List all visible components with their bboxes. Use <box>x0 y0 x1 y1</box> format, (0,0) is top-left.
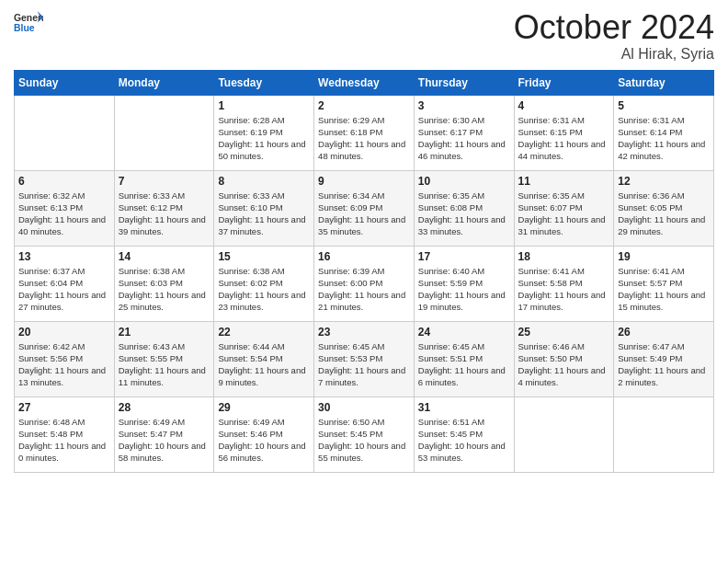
cell-info: Sunrise: 6:38 AMSunset: 6:02 PMDaylight:… <box>218 265 310 314</box>
day-number: 24 <box>418 326 510 339</box>
day-number: 11 <box>518 175 610 188</box>
day-number: 30 <box>318 401 410 414</box>
day-number: 6 <box>18 175 110 188</box>
cell-info: Sunrise: 6:37 AMSunset: 6:04 PMDaylight:… <box>18 265 110 314</box>
cell-info: Sunrise: 6:51 AMSunset: 5:45 PMDaylight:… <box>418 416 510 465</box>
calendar-cell: 28Sunrise: 6:49 AMSunset: 5:47 PMDayligh… <box>114 396 214 472</box>
weekday-header-friday: Friday <box>514 70 614 95</box>
weekday-header-thursday: Thursday <box>414 70 514 95</box>
calendar-cell: 27Sunrise: 6:48 AMSunset: 5:48 PMDayligh… <box>15 396 115 472</box>
calendar-cell: 29Sunrise: 6:49 AMSunset: 5:46 PMDayligh… <box>214 396 314 472</box>
cell-info: Sunrise: 6:44 AMSunset: 5:54 PMDaylight:… <box>218 340 310 389</box>
svg-text:General: General <box>14 13 43 23</box>
calendar-cell: 15Sunrise: 6:38 AMSunset: 6:02 PMDayligh… <box>214 246 314 321</box>
cell-info: Sunrise: 6:32 AMSunset: 6:13 PMDaylight:… <box>18 190 110 238</box>
cell-info: Sunrise: 6:31 AMSunset: 6:14 PMDaylight:… <box>618 114 710 163</box>
calendar-cell: 14Sunrise: 6:38 AMSunset: 6:03 PMDayligh… <box>114 246 214 321</box>
calendar-week-row: 27Sunrise: 6:48 AMSunset: 5:48 PMDayligh… <box>15 396 714 472</box>
calendar-cell: 18Sunrise: 6:41 AMSunset: 5:58 PMDayligh… <box>514 246 614 321</box>
calendar-cell: 5Sunrise: 6:31 AMSunset: 6:14 PMDaylight… <box>614 95 714 170</box>
cell-info: Sunrise: 6:36 AMSunset: 6:05 PMDaylight:… <box>618 190 710 238</box>
calendar-cell: 17Sunrise: 6:40 AMSunset: 5:59 PMDayligh… <box>414 246 514 321</box>
cell-info: Sunrise: 6:31 AMSunset: 6:15 PMDaylight:… <box>518 114 610 163</box>
weekday-header-tuesday: Tuesday <box>214 70 314 95</box>
day-number: 27 <box>18 401 110 414</box>
svg-text:Blue: Blue <box>14 23 35 33</box>
cell-info: Sunrise: 6:29 AMSunset: 6:18 PMDaylight:… <box>318 114 410 163</box>
day-number: 15 <box>218 250 310 263</box>
calendar-cell: 9Sunrise: 6:34 AMSunset: 6:09 PMDaylight… <box>314 170 415 246</box>
calendar-cell: 13Sunrise: 6:37 AMSunset: 6:04 PMDayligh… <box>15 246 115 321</box>
calendar-cell: 22Sunrise: 6:44 AMSunset: 5:54 PMDayligh… <box>214 321 314 396</box>
location: Al Hirak, Syria <box>514 46 714 63</box>
title-area: October 2024 Al Hirak, Syria <box>514 9 714 63</box>
day-number: 8 <box>218 175 310 188</box>
day-number: 23 <box>318 326 410 339</box>
cell-info: Sunrise: 6:34 AMSunset: 6:09 PMDaylight:… <box>318 190 410 238</box>
day-number: 17 <box>418 250 510 263</box>
page-header: General Blue October 2024 Al Hirak, Syri… <box>14 9 714 63</box>
day-number: 21 <box>119 326 210 339</box>
day-number: 5 <box>618 99 710 112</box>
generalblue-logo-icon: General Blue <box>14 9 43 35</box>
cell-info: Sunrise: 6:49 AMSunset: 5:46 PMDaylight:… <box>218 416 310 465</box>
calendar-cell: 3Sunrise: 6:30 AMSunset: 6:17 PMDaylight… <box>414 95 514 170</box>
cell-info: Sunrise: 6:47 AMSunset: 5:49 PMDaylight:… <box>618 340 710 389</box>
weekday-header-saturday: Saturday <box>614 70 714 95</box>
month-title: October 2024 <box>514 9 714 46</box>
day-number: 7 <box>119 175 210 188</box>
day-number: 16 <box>318 250 410 263</box>
cell-info: Sunrise: 6:39 AMSunset: 6:00 PMDaylight:… <box>318 265 410 314</box>
day-number: 20 <box>18 326 110 339</box>
calendar-cell <box>114 95 214 170</box>
day-number: 14 <box>119 250 210 263</box>
cell-info: Sunrise: 6:35 AMSunset: 6:08 PMDaylight:… <box>418 190 510 238</box>
cell-info: Sunrise: 6:33 AMSunset: 6:12 PMDaylight:… <box>119 190 210 238</box>
day-number: 22 <box>218 326 310 339</box>
calendar-cell <box>514 396 614 472</box>
day-number: 4 <box>518 99 610 112</box>
cell-info: Sunrise: 6:38 AMSunset: 6:03 PMDaylight:… <box>119 265 210 314</box>
weekday-header-sunday: Sunday <box>15 70 115 95</box>
calendar-cell: 1Sunrise: 6:28 AMSunset: 6:19 PMDaylight… <box>214 95 314 170</box>
day-number: 10 <box>418 175 510 188</box>
cell-info: Sunrise: 6:45 AMSunset: 5:51 PMDaylight:… <box>418 340 510 389</box>
calendar-cell: 25Sunrise: 6:46 AMSunset: 5:50 PMDayligh… <box>514 321 614 396</box>
calendar-cell: 4Sunrise: 6:31 AMSunset: 6:15 PMDaylight… <box>514 95 614 170</box>
weekday-header-monday: Monday <box>114 70 214 95</box>
cell-info: Sunrise: 6:49 AMSunset: 5:47 PMDaylight:… <box>119 416 210 465</box>
calendar-cell: 7Sunrise: 6:33 AMSunset: 6:12 PMDaylight… <box>114 170 214 246</box>
cell-info: Sunrise: 6:33 AMSunset: 6:10 PMDaylight:… <box>218 190 310 238</box>
calendar-week-row: 13Sunrise: 6:37 AMSunset: 6:04 PMDayligh… <box>15 246 714 321</box>
day-number: 2 <box>318 99 410 112</box>
day-number: 18 <box>518 250 610 263</box>
day-number: 1 <box>218 99 310 112</box>
calendar-cell: 30Sunrise: 6:50 AMSunset: 5:45 PMDayligh… <box>314 396 415 472</box>
calendar-cell: 21Sunrise: 6:43 AMSunset: 5:55 PMDayligh… <box>114 321 214 396</box>
cell-info: Sunrise: 6:43 AMSunset: 5:55 PMDaylight:… <box>119 340 210 389</box>
cell-info: Sunrise: 6:35 AMSunset: 6:07 PMDaylight:… <box>518 190 610 238</box>
day-number: 3 <box>418 99 510 112</box>
day-number: 12 <box>618 175 710 188</box>
day-number: 25 <box>518 326 610 339</box>
calendar-cell: 2Sunrise: 6:29 AMSunset: 6:18 PMDaylight… <box>314 95 415 170</box>
day-number: 13 <box>18 250 110 263</box>
calendar-cell: 8Sunrise: 6:33 AMSunset: 6:10 PMDaylight… <box>214 170 314 246</box>
weekday-header-row: SundayMondayTuesdayWednesdayThursdayFrid… <box>15 70 714 95</box>
calendar-cell: 10Sunrise: 6:35 AMSunset: 6:08 PMDayligh… <box>414 170 514 246</box>
calendar-cell: 26Sunrise: 6:47 AMSunset: 5:49 PMDayligh… <box>614 321 714 396</box>
weekday-header-wednesday: Wednesday <box>314 70 415 95</box>
calendar-week-row: 1Sunrise: 6:28 AMSunset: 6:19 PMDaylight… <box>15 95 714 170</box>
day-number: 28 <box>119 401 210 414</box>
calendar-table: SundayMondayTuesdayWednesdayThursdayFrid… <box>14 70 714 473</box>
cell-info: Sunrise: 6:41 AMSunset: 5:57 PMDaylight:… <box>618 265 710 314</box>
cell-info: Sunrise: 6:48 AMSunset: 5:48 PMDaylight:… <box>18 416 110 465</box>
cell-info: Sunrise: 6:46 AMSunset: 5:50 PMDaylight:… <box>518 340 610 389</box>
calendar-cell: 6Sunrise: 6:32 AMSunset: 6:13 PMDaylight… <box>15 170 115 246</box>
calendar-cell: 20Sunrise: 6:42 AMSunset: 5:56 PMDayligh… <box>15 321 115 396</box>
calendar-cell: 19Sunrise: 6:41 AMSunset: 5:57 PMDayligh… <box>614 246 714 321</box>
day-number: 26 <box>618 326 710 339</box>
calendar-cell: 31Sunrise: 6:51 AMSunset: 5:45 PMDayligh… <box>414 396 514 472</box>
logo: General Blue <box>14 9 45 35</box>
calendar-cell: 11Sunrise: 6:35 AMSunset: 6:07 PMDayligh… <box>514 170 614 246</box>
